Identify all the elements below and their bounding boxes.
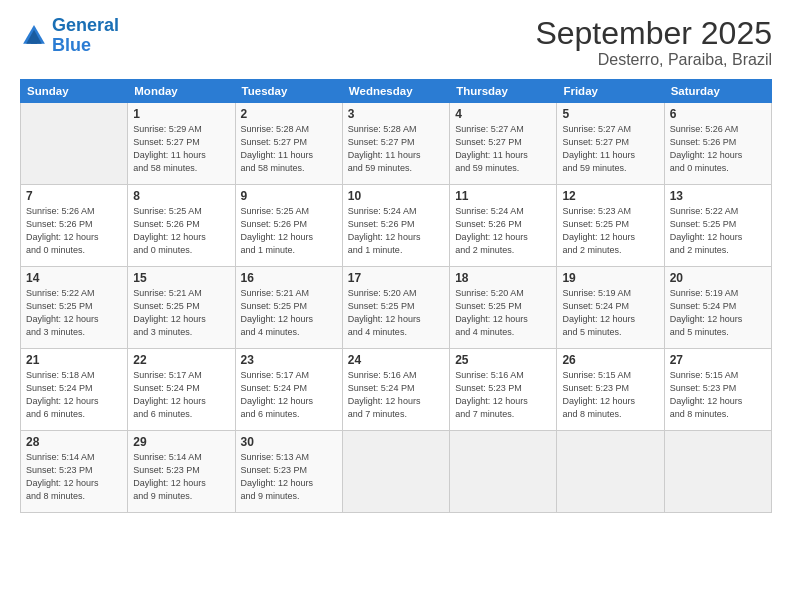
cell-content: Sunrise: 5:13 AM Sunset: 5:23 PM Dayligh… [241, 452, 314, 501]
cell-content: Sunrise: 5:16 AM Sunset: 5:24 PM Dayligh… [348, 370, 421, 419]
calendar-cell: 26Sunrise: 5:15 AM Sunset: 5:23 PM Dayli… [557, 349, 664, 431]
day-number: 10 [348, 189, 444, 203]
day-number: 12 [562, 189, 658, 203]
day-number: 25 [455, 353, 551, 367]
calendar-cell: 23Sunrise: 5:17 AM Sunset: 5:24 PM Dayli… [235, 349, 342, 431]
calendar-cell: 13Sunrise: 5:22 AM Sunset: 5:25 PM Dayli… [664, 185, 771, 267]
cell-content: Sunrise: 5:26 AM Sunset: 5:26 PM Dayligh… [26, 206, 99, 255]
cell-content: Sunrise: 5:27 AM Sunset: 5:27 PM Dayligh… [455, 124, 528, 173]
calendar-cell: 18Sunrise: 5:20 AM Sunset: 5:25 PM Dayli… [450, 267, 557, 349]
calendar-cell: 2Sunrise: 5:28 AM Sunset: 5:27 PM Daylig… [235, 103, 342, 185]
cell-content: Sunrise: 5:26 AM Sunset: 5:26 PM Dayligh… [670, 124, 743, 173]
day-number: 20 [670, 271, 766, 285]
calendar-header: Sunday Monday Tuesday Wednesday Thursday… [21, 80, 772, 103]
cell-content: Sunrise: 5:24 AM Sunset: 5:26 PM Dayligh… [348, 206, 421, 255]
calendar-cell: 25Sunrise: 5:16 AM Sunset: 5:23 PM Dayli… [450, 349, 557, 431]
cell-content: Sunrise: 5:22 AM Sunset: 5:25 PM Dayligh… [670, 206, 743, 255]
cell-content: Sunrise: 5:28 AM Sunset: 5:27 PM Dayligh… [241, 124, 314, 173]
day-number: 3 [348, 107, 444, 121]
cell-content: Sunrise: 5:25 AM Sunset: 5:26 PM Dayligh… [241, 206, 314, 255]
calendar-cell: 4Sunrise: 5:27 AM Sunset: 5:27 PM Daylig… [450, 103, 557, 185]
calendar-cell [557, 431, 664, 513]
calendar-week-4: 28Sunrise: 5:14 AM Sunset: 5:23 PM Dayli… [21, 431, 772, 513]
calendar-cell: 14Sunrise: 5:22 AM Sunset: 5:25 PM Dayli… [21, 267, 128, 349]
day-number: 7 [26, 189, 122, 203]
cell-content: Sunrise: 5:15 AM Sunset: 5:23 PM Dayligh… [562, 370, 635, 419]
title-block: September 2025 Desterro, Paraiba, Brazil [535, 16, 772, 69]
header-row: Sunday Monday Tuesday Wednesday Thursday… [21, 80, 772, 103]
cell-content: Sunrise: 5:21 AM Sunset: 5:25 PM Dayligh… [133, 288, 206, 337]
calendar-cell: 7Sunrise: 5:26 AM Sunset: 5:26 PM Daylig… [21, 185, 128, 267]
col-friday: Friday [557, 80, 664, 103]
calendar-cell: 9Sunrise: 5:25 AM Sunset: 5:26 PM Daylig… [235, 185, 342, 267]
day-number: 15 [133, 271, 229, 285]
day-number: 17 [348, 271, 444, 285]
cell-content: Sunrise: 5:21 AM Sunset: 5:25 PM Dayligh… [241, 288, 314, 337]
day-number: 14 [26, 271, 122, 285]
cell-content: Sunrise: 5:23 AM Sunset: 5:25 PM Dayligh… [562, 206, 635, 255]
calendar-week-3: 21Sunrise: 5:18 AM Sunset: 5:24 PM Dayli… [21, 349, 772, 431]
cell-content: Sunrise: 5:18 AM Sunset: 5:24 PM Dayligh… [26, 370, 99, 419]
cell-content: Sunrise: 5:29 AM Sunset: 5:27 PM Dayligh… [133, 124, 206, 173]
page: General Blue September 2025 Desterro, Pa… [0, 0, 792, 612]
calendar-cell: 27Sunrise: 5:15 AM Sunset: 5:23 PM Dayli… [664, 349, 771, 431]
calendar-cell: 15Sunrise: 5:21 AM Sunset: 5:25 PM Dayli… [128, 267, 235, 349]
day-number: 19 [562, 271, 658, 285]
cell-content: Sunrise: 5:27 AM Sunset: 5:27 PM Dayligh… [562, 124, 635, 173]
day-number: 1 [133, 107, 229, 121]
calendar-title: September 2025 [535, 16, 772, 51]
calendar-cell [21, 103, 128, 185]
cell-content: Sunrise: 5:14 AM Sunset: 5:23 PM Dayligh… [133, 452, 206, 501]
calendar-cell: 20Sunrise: 5:19 AM Sunset: 5:24 PM Dayli… [664, 267, 771, 349]
calendar-cell [664, 431, 771, 513]
day-number: 26 [562, 353, 658, 367]
calendar-table: Sunday Monday Tuesday Wednesday Thursday… [20, 79, 772, 513]
cell-content: Sunrise: 5:19 AM Sunset: 5:24 PM Dayligh… [670, 288, 743, 337]
calendar-week-2: 14Sunrise: 5:22 AM Sunset: 5:25 PM Dayli… [21, 267, 772, 349]
svg-rect-2 [31, 37, 37, 43]
calendar-cell: 30Sunrise: 5:13 AM Sunset: 5:23 PM Dayli… [235, 431, 342, 513]
day-number: 5 [562, 107, 658, 121]
calendar-cell: 24Sunrise: 5:16 AM Sunset: 5:24 PM Dayli… [342, 349, 449, 431]
day-number: 11 [455, 189, 551, 203]
logo-line1: General [52, 15, 119, 35]
calendar-cell: 17Sunrise: 5:20 AM Sunset: 5:25 PM Dayli… [342, 267, 449, 349]
calendar-week-0: 1Sunrise: 5:29 AM Sunset: 5:27 PM Daylig… [21, 103, 772, 185]
cell-content: Sunrise: 5:20 AM Sunset: 5:25 PM Dayligh… [348, 288, 421, 337]
calendar-cell: 6Sunrise: 5:26 AM Sunset: 5:26 PM Daylig… [664, 103, 771, 185]
calendar-cell: 5Sunrise: 5:27 AM Sunset: 5:27 PM Daylig… [557, 103, 664, 185]
cell-content: Sunrise: 5:24 AM Sunset: 5:26 PM Dayligh… [455, 206, 528, 255]
day-number: 4 [455, 107, 551, 121]
calendar-cell: 29Sunrise: 5:14 AM Sunset: 5:23 PM Dayli… [128, 431, 235, 513]
logo-icon [20, 22, 48, 50]
cell-content: Sunrise: 5:17 AM Sunset: 5:24 PM Dayligh… [241, 370, 314, 419]
day-number: 18 [455, 271, 551, 285]
calendar-cell: 28Sunrise: 5:14 AM Sunset: 5:23 PM Dayli… [21, 431, 128, 513]
calendar-cell [450, 431, 557, 513]
logo-line2: Blue [52, 35, 91, 55]
col-thursday: Thursday [450, 80, 557, 103]
day-number: 6 [670, 107, 766, 121]
cell-content: Sunrise: 5:19 AM Sunset: 5:24 PM Dayligh… [562, 288, 635, 337]
cell-content: Sunrise: 5:16 AM Sunset: 5:23 PM Dayligh… [455, 370, 528, 419]
calendar-week-1: 7Sunrise: 5:26 AM Sunset: 5:26 PM Daylig… [21, 185, 772, 267]
day-number: 30 [241, 435, 337, 449]
col-saturday: Saturday [664, 80, 771, 103]
cell-content: Sunrise: 5:25 AM Sunset: 5:26 PM Dayligh… [133, 206, 206, 255]
cell-content: Sunrise: 5:28 AM Sunset: 5:27 PM Dayligh… [348, 124, 421, 173]
calendar-body: 1Sunrise: 5:29 AM Sunset: 5:27 PM Daylig… [21, 103, 772, 513]
day-number: 13 [670, 189, 766, 203]
header: General Blue September 2025 Desterro, Pa… [20, 16, 772, 69]
day-number: 24 [348, 353, 444, 367]
col-monday: Monday [128, 80, 235, 103]
day-number: 8 [133, 189, 229, 203]
day-number: 23 [241, 353, 337, 367]
day-number: 2 [241, 107, 337, 121]
calendar-cell: 19Sunrise: 5:19 AM Sunset: 5:24 PM Dayli… [557, 267, 664, 349]
cell-content: Sunrise: 5:17 AM Sunset: 5:24 PM Dayligh… [133, 370, 206, 419]
col-wednesday: Wednesday [342, 80, 449, 103]
cell-content: Sunrise: 5:20 AM Sunset: 5:25 PM Dayligh… [455, 288, 528, 337]
cell-content: Sunrise: 5:22 AM Sunset: 5:25 PM Dayligh… [26, 288, 99, 337]
day-number: 28 [26, 435, 122, 449]
calendar-cell: 21Sunrise: 5:18 AM Sunset: 5:24 PM Dayli… [21, 349, 128, 431]
